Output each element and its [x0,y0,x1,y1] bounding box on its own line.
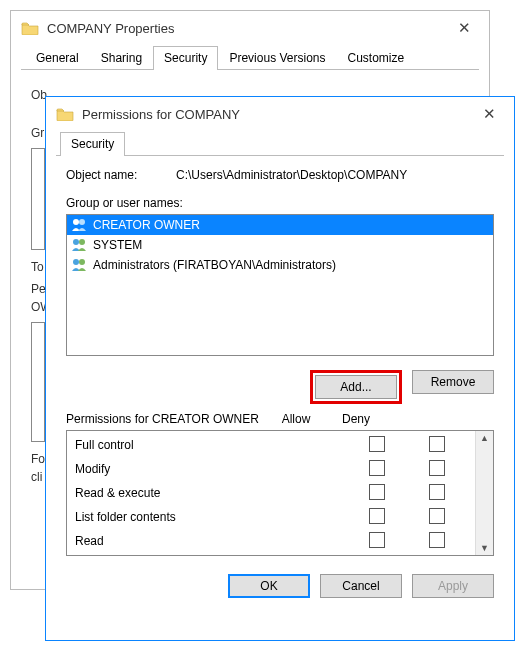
user-list[interactable]: CREATOR OWNER SYSTEM Administrators (FIR… [66,214,494,356]
users-icon [71,237,87,253]
checkbox-allow[interactable] [369,436,385,452]
perm-row: Modify [67,457,475,481]
scrollbar[interactable]: ▲ ▼ [475,431,493,555]
window-title-back: COMPANY Properties [47,21,449,36]
window-title-front: Permissions for COMPANY [82,107,474,122]
object-name-row: Object name: C:\Users\Administrator\Desk… [66,168,494,182]
list-item-label: SYSTEM [93,238,142,252]
object-name-value: C:\Users\Administrator\Desktop\COMPANY [176,168,407,182]
perm-name: Read & execute [75,486,347,500]
checkbox-deny[interactable] [429,532,445,548]
perm-name: Full control [75,438,347,452]
back-permbox-edge [31,322,45,442]
list-item-label: CREATOR OWNER [93,218,200,232]
svg-point-0 [73,219,79,225]
checkbox-allow[interactable] [369,532,385,548]
list-item[interactable]: CREATOR OWNER [67,215,493,235]
permissions-for-label: Permissions for CREATOR OWNER [66,412,266,426]
perm-row: Read [67,529,475,553]
checkbox-deny[interactable] [429,460,445,476]
perm-row: Full control [67,433,475,457]
checkbox-deny[interactable] [429,508,445,524]
remove-button[interactable]: Remove [412,370,494,394]
tab-security[interactable]: Security [153,46,218,70]
perm-name: List folder contents [75,510,347,524]
list-item[interactable]: Administrators (FIRATBOYAN\Administrator… [67,255,493,275]
tab-general[interactable]: General [25,46,90,70]
checkbox-deny[interactable] [429,484,445,500]
object-name-label: Object name: [66,168,176,182]
titlebar-back: COMPANY Properties ✕ [11,11,489,45]
users-icon [71,217,87,233]
list-item-label: Administrators (FIRATBOYAN\Administrator… [93,258,336,272]
list-item[interactable]: SYSTEM [67,235,493,255]
chevron-down-icon[interactable]: ▼ [480,543,489,553]
close-icon[interactable]: ✕ [474,105,504,123]
front-body: Object name: C:\Users\Administrator\Desk… [46,156,514,556]
chevron-up-icon[interactable]: ▲ [480,433,489,443]
cancel-button[interactable]: Cancel [320,574,402,598]
allow-header: Allow [266,412,326,426]
close-icon[interactable]: ✕ [449,19,479,37]
perm-row: List folder contents [67,505,475,529]
svg-point-4 [73,259,79,265]
checkbox-allow[interactable] [369,508,385,524]
back-listbox-edge [31,148,45,250]
users-icon [71,257,87,273]
tab-sharing[interactable]: Sharing [90,46,153,70]
folder-icon [21,21,39,35]
highlight-add: Add... [310,370,402,404]
svg-point-1 [79,219,85,225]
checkbox-allow[interactable] [369,460,385,476]
tabs-front: Security [56,131,504,156]
perm-row: Read & execute [67,481,475,505]
folder-icon [56,107,74,121]
tabs-back: General Sharing Security Previous Versio… [21,45,479,70]
permissions-header: Permissions for CREATOR OWNER Allow Deny [66,412,494,426]
permissions-rows: Full control Modify Read & execute List … [67,431,475,555]
deny-header: Deny [326,412,386,426]
add-remove-row: Add... Remove [66,370,494,404]
svg-point-5 [79,259,85,265]
tab-previous-versions[interactable]: Previous Versions [218,46,336,70]
tab-customize[interactable]: Customize [336,46,415,70]
checkbox-deny[interactable] [429,436,445,452]
ok-button[interactable]: OK [228,574,310,598]
perm-name: Modify [75,462,347,476]
checkbox-allow[interactable] [369,484,385,500]
dialog-buttons: OK Cancel Apply [46,556,514,598]
titlebar-front: Permissions for COMPANY ✕ [46,97,514,131]
svg-point-2 [73,239,79,245]
group-user-label: Group or user names: [66,196,494,210]
svg-point-3 [79,239,85,245]
perm-name: Read [75,534,347,548]
tab-security-front[interactable]: Security [60,132,125,156]
permissions-box: Full control Modify Read & execute List … [66,430,494,556]
add-button[interactable]: Add... [315,375,397,399]
permissions-window: Permissions for COMPANY ✕ Security Objec… [45,96,515,641]
apply-button[interactable]: Apply [412,574,494,598]
